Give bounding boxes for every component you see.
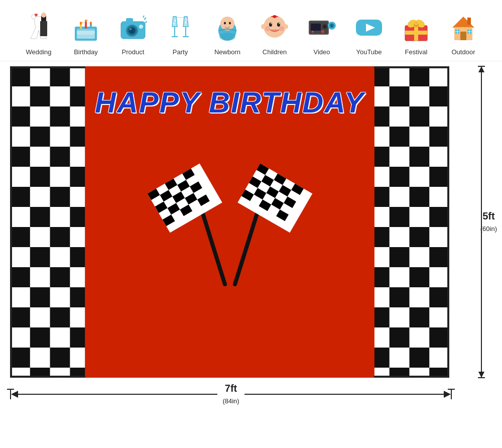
svg-line-86: [200, 204, 225, 284]
category-nav: Wedding Birthday: [0, 0, 502, 61]
svg-point-64: [321, 30, 324, 33]
svg-point-16: [90, 22, 92, 25]
svg-point-59: [323, 25, 326, 28]
height-dimension-label: 5ft (60in): [480, 210, 497, 234]
svg-line-26: [145, 22, 147, 23]
category-youtube[interactable]: YouTube: [346, 10, 392, 56]
svg-rect-78: [460, 32, 466, 40]
wedding-icon: [21, 10, 56, 45]
category-party[interactable]: Party: [158, 10, 203, 56]
svg-point-41: [224, 22, 226, 25]
svg-point-36: [185, 22, 187, 24]
party-icon: [163, 10, 198, 45]
outdoor-icon: [446, 10, 481, 45]
svg-point-14: [80, 22, 82, 25]
birthday-icon: [68, 10, 103, 45]
category-product[interactable]: Product: [110, 10, 156, 56]
backdrop-center-panel: HAPPY BIRTHDAY: [85, 66, 374, 378]
svg-point-50: [279, 23, 280, 24]
width-dimension-label: 7ft (84in): [217, 383, 244, 406]
festival-icon: [399, 10, 434, 45]
svg-point-42: [229, 22, 231, 25]
category-video[interactable]: Video: [299, 10, 344, 56]
svg-point-62: [330, 24, 333, 27]
video-label: Video: [313, 48, 330, 56]
newborn-icon: [210, 10, 245, 45]
category-wedding[interactable]: Wedding: [16, 10, 61, 56]
svg-point-63: [312, 31, 314, 33]
party-label: Party: [173, 48, 188, 56]
svg-rect-70: [414, 26, 418, 41]
youtube-label: YouTube: [356, 48, 382, 56]
festival-label: Festival: [405, 48, 428, 56]
svg-rect-57: [311, 24, 321, 31]
svg-rect-7: [77, 31, 95, 35]
svg-point-4: [41, 13, 46, 18]
svg-point-37: [186, 19, 188, 21]
svg-marker-28: [172, 17, 177, 27]
svg-point-48: [277, 23, 280, 27]
children-label: Children: [263, 48, 287, 56]
category-birthday[interactable]: Birthday: [63, 10, 108, 56]
video-icon: [304, 10, 339, 45]
wedding-label: Wedding: [26, 48, 51, 56]
youtube-icon: [351, 10, 387, 45]
svg-rect-85: [467, 18, 471, 25]
svg-line-25: [144, 18, 146, 20]
children-icon: [257, 10, 292, 45]
category-newborn[interactable]: Newborn: [205, 10, 250, 56]
svg-rect-8: [77, 35, 95, 39]
newborn-label: Newborn: [214, 48, 240, 56]
svg-marker-9: [82, 22, 84, 24]
svg-line-87: [235, 204, 260, 284]
svg-line-27: [143, 16, 144, 18]
racing-flags-svg: [130, 139, 330, 299]
svg-point-49: [271, 23, 272, 24]
svg-point-35: [175, 20, 176, 22]
outdoor-label: Outdoor: [452, 48, 475, 56]
category-outdoor[interactable]: Outdoor: [441, 10, 486, 56]
svg-point-22: [130, 28, 132, 30]
svg-point-24: [139, 25, 143, 29]
svg-rect-12: [85, 22, 87, 29]
svg-rect-3: [40, 21, 47, 36]
category-festival[interactable]: Festival: [394, 10, 439, 56]
product-icon: [115, 10, 151, 45]
svg-point-51: [265, 26, 270, 31]
svg-point-43: [219, 33, 235, 41]
backdrop-image: HAPPY BIRTHDAY: [10, 66, 449, 378]
svg-marker-76: [452, 17, 474, 28]
happy-birthday-title: HAPPY BIRTHDAY: [95, 86, 364, 119]
category-children[interactable]: Children: [252, 10, 297, 56]
svg-point-52: [279, 26, 284, 31]
svg-marker-31: [183, 17, 188, 27]
svg-point-47: [269, 23, 272, 27]
product-label: Product: [122, 48, 145, 56]
svg-point-34: [173, 23, 175, 25]
svg-point-53: [273, 15, 276, 18]
svg-rect-23: [126, 18, 133, 23]
svg-point-40: [220, 17, 234, 31]
svg-point-15: [85, 20, 87, 23]
birthday-label: Birthday: [74, 48, 98, 56]
